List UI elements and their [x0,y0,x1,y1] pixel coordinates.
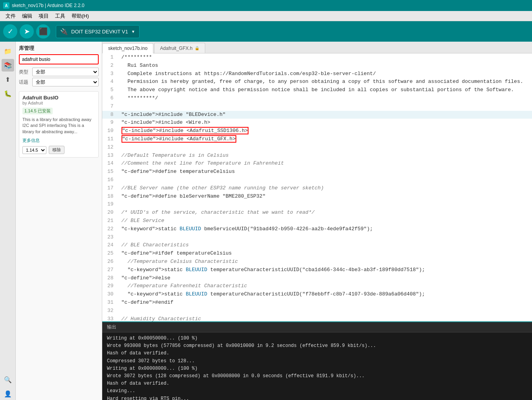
line-code: "c-include">#include <Adafruit_GFX.h> [118,135,532,143]
version-select[interactable]: 1.14.5 [22,146,46,154]
line-number: 9 [102,119,118,127]
remove-button[interactable]: 移除 [49,146,64,154]
line-number: 1 [102,53,118,62]
output-line: Hash of data verified. [107,350,527,357]
line-code: "c-define">#endif [118,299,532,307]
library-panel-title: 库管理 [19,45,99,52]
code-table: 1/*********2 Rui Santos3 Complete instru… [102,53,532,321]
output-line: Wrote 3072 bytes (128 compressed) at 0x0… [107,372,527,380]
line-number: 28 [102,274,118,283]
menu-project[interactable]: 项目 [35,12,52,20]
left-sidebar: 📁 📚 ⬆ 🐛 🔍 👤 [0,42,16,400]
output-line: Wrote 993008 bytes (577856 compressed) a… [107,342,527,350]
tabs-bar: sketch_nov17b.ino Adafruit_GFX.h 🔒 [102,42,532,53]
board-selector[interactable]: 🔌 DOIT ESP32 DEVKIT V1 ▼ [56,25,140,38]
tab-sketch[interactable]: sketch_nov17b.ino [102,43,153,53]
line-code: "c-include">#include <Adafruit_SSD1306.h… [118,127,532,135]
line-number: 5 [102,86,118,94]
window-title: sketch_nov17b | Arduino IDE 2.2.0 [12,3,85,8]
line-number: 33 [102,315,118,322]
main-layout: 📁 📚 ⬆ 🐛 🔍 👤 库管理 类型 全部 话题 全部 Ada [0,42,532,400]
sidebar-folder-button[interactable]: 📁 [2,45,14,57]
line-code: //Default Temperature is in Celsius [118,152,532,160]
table-row: 13//Default Temperature is in Celsius [102,152,532,160]
table-row: 6 *********/ [102,94,532,103]
output-line: Writing at 0x00050000... (100 %) [107,335,527,342]
line-code: Permission is hereby granted, free of ch… [118,78,532,86]
topic-label: 话题 [19,79,31,86]
table-row: 3 Complete instructions at https://Rando… [102,70,532,78]
line-code: The above copyright notice and this perm… [118,86,532,94]
table-row: 26 //Temperature Celsius Characteristic [102,258,532,266]
output-line: Compressed 3072 bytes to 128... [107,358,527,365]
table-row: 14//Comment the next line for Temperatur… [102,160,532,168]
menu-file[interactable]: 文件 [2,12,19,20]
line-number: 17 [102,184,118,193]
topic-select[interactable]: 全部 [32,78,99,86]
library-name: Adafruit BusIO [22,95,95,101]
title-bar: A sketch_nov17b | Arduino IDE 2.2.0 [0,0,532,11]
line-number: 8 [102,111,118,119]
sidebar-search-button[interactable]: 🔍 [2,373,14,386]
debug-button[interactable]: ⬛ [36,24,50,39]
table-row: 17//BLE Server name (the other ESP32 nam… [102,184,532,193]
sidebar-upload-button[interactable]: ⬆ [2,73,14,86]
line-code [118,307,532,315]
table-row: 20/* UUID's of the service, characterist… [102,209,532,217]
line-number: 24 [102,241,118,250]
line-number: 18 [102,193,118,201]
table-row: 25"c-define">#ifdef temperatureCelsius [102,250,532,258]
table-row: 22"c-keyword">static BLEUUID bmeServiceU… [102,225,532,233]
menu-help[interactable]: 帮助(H) [68,12,92,20]
table-row: 28"c-define">#else [102,274,532,283]
line-code: //Comment the next line for Temperature … [118,160,532,168]
type-filter-row: 类型 全部 [19,68,99,76]
line-code: "c-keyword">static BLEUUID temperatureCh… [118,266,532,274]
line-code: // Humidity Characteristic [118,315,532,322]
line-code: *********/ [118,94,532,103]
line-code: Rui Santos [118,62,532,70]
menu-edit[interactable]: 编辑 [19,12,35,20]
table-row: 11"c-include">#include <Adafruit_GFX.h> [102,135,532,143]
type-label: 类型 [19,69,31,75]
lock-icon: 🔒 [195,46,199,50]
code-editor[interactable]: 1/*********2 Rui Santos3 Complete instru… [102,53,532,321]
verify-button[interactable]: ✓ [3,24,17,39]
table-row: 32 [102,307,532,315]
library-search-input[interactable] [19,54,99,64]
sidebar-library-button[interactable]: 📚 [2,59,14,72]
output-line: Leaving... [107,387,527,395]
tab-gfx-label: Adafruit_GFX.h [160,46,193,51]
tab-gfx[interactable]: Adafruit_GFX.h 🔒 [154,43,205,53]
sidebar-user-button[interactable]: 👤 [2,387,14,400]
table-row: 18"c-define">#define bleServerName "BME2… [102,193,532,201]
line-number: 12 [102,143,118,152]
line-number: 15 [102,168,118,176]
output-header: 输出 [102,322,532,332]
table-row: 21// BLE Service [102,217,532,225]
line-code: "c-include">#include "BLEDevice.h" [118,111,532,119]
toolbar: ✓ ➤ ⬛ 🔌 DOIT ESP32 DEVKIT V1 ▼ [0,21,532,42]
library-more-link[interactable]: 更多信息 [22,138,40,143]
line-code: // BLE Characteristics [118,241,532,250]
table-row: 15"c-define">#define temperatureCelsius [102,168,532,176]
line-code: /* UUID's of the service, characteristic… [118,209,532,217]
table-row: 10"c-include">#include <Adafruit_SSD1306… [102,127,532,135]
line-number: 29 [102,282,118,290]
upload-button[interactable]: ➤ [20,24,34,39]
line-number: 32 [102,307,118,315]
line-number: 31 [102,299,118,307]
output-panel: 输出 Writing at 0x00050000... (100 %)Wrote… [102,321,532,400]
table-row: 27 "c-keyword">static BLEUUID temperatur… [102,266,532,274]
menu-tools[interactable]: 工具 [52,12,68,20]
line-code: //Temperature Celsius Characteristic [118,258,532,266]
table-row: 16 [102,176,532,184]
line-number: 30 [102,290,118,299]
line-number: 22 [102,225,118,233]
library-description: This is a library for abstracting away I… [22,117,95,135]
board-name: DOIT ESP32 DEVKIT V1 [71,29,128,35]
type-select[interactable]: 全部 [32,68,99,76]
line-code: //Temperature Fahrenheit Characteristic [118,282,532,290]
sidebar-debug-button[interactable]: 🐛 [2,87,14,100]
library-panel: 库管理 类型 全部 话题 全部 Adafruit BusIO by Adafru… [16,42,102,400]
